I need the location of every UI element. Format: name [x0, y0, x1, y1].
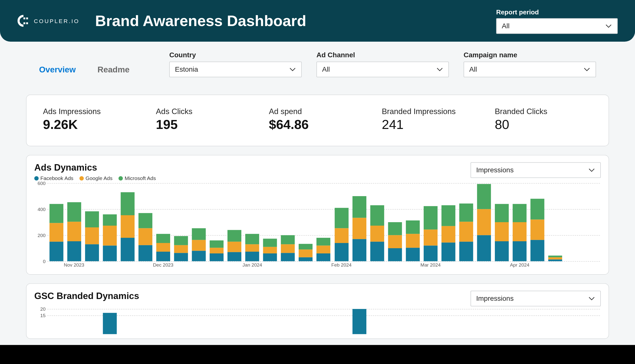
bar-slot [564, 183, 582, 261]
bar-segment [245, 252, 259, 261]
svg-rect-3 [26, 22, 28, 24]
bar-segment [424, 206, 438, 229]
bar-segment [370, 226, 384, 242]
bar-segment [281, 235, 295, 244]
bars-container [47, 309, 600, 334]
bar-slot [333, 183, 350, 261]
x-tick-label: Feb 2024 [331, 262, 351, 267]
bar-segment [352, 239, 366, 261]
bar-slot [493, 309, 511, 334]
bar-segment [441, 242, 455, 261]
channel-value: All [322, 66, 330, 74]
kpi-card: Ads Impressions 9.26K Ads Clicks 195 Ad … [26, 95, 609, 146]
bar-segment [495, 204, 509, 222]
bar-slot [190, 183, 208, 261]
kpi-value: 9.26K [43, 117, 140, 132]
bar-slot [172, 309, 190, 334]
chevron-down-icon [605, 22, 612, 29]
chevron-down-icon [289, 66, 296, 73]
country-select[interactable]: Estonia [169, 62, 302, 77]
bar-segment [299, 244, 313, 250]
bar-segment [334, 243, 348, 261]
bar-segment [334, 208, 348, 228]
gsc-dynamics-metric-select[interactable]: Impressions [470, 291, 601, 306]
legend-dot [79, 176, 84, 181]
report-period-select[interactable]: All [496, 18, 618, 34]
bar-segment [263, 238, 277, 247]
bar-segment [495, 222, 509, 241]
ads-dynamics-legend: Facebook AdsGoogle AdsMicrosoft Ads [34, 175, 156, 182]
x-tick-label: Apr 2024 [510, 262, 529, 267]
bar-segment [210, 240, 224, 248]
kpi-value: 241 [382, 117, 479, 132]
kpi-branded-clicks: Branded Clicks 80 [487, 107, 600, 132]
bar-slot [47, 309, 65, 334]
gsc-dynamics-chart: 1520 [34, 309, 601, 334]
bar-segment [263, 254, 277, 261]
bar-slot [101, 183, 119, 261]
tab-overview[interactable]: Overview [39, 65, 76, 75]
bar-segment [459, 222, 473, 242]
bar-slot [422, 309, 439, 334]
bar-segment [67, 202, 81, 222]
kpi-label: Branded Impressions [382, 107, 479, 116]
y-tick: 600 [38, 180, 46, 186]
bar-segment [406, 234, 420, 248]
bar-slot [386, 309, 404, 334]
kpi-value: $64.86 [269, 117, 366, 132]
bar-slot [333, 309, 350, 334]
filter-row: Overview Readme Country Estonia Ad Chann… [26, 51, 609, 77]
bar-slot [226, 183, 243, 261]
bar-segment [210, 248, 224, 254]
bar-segment [85, 244, 99, 261]
ads-dynamics-metric-value: Impressions [476, 166, 514, 174]
bar-segment [156, 234, 170, 243]
svg-rect-1 [26, 18, 28, 19]
bar-segment [85, 228, 99, 244]
bar-segment [156, 252, 170, 261]
bar-segment [49, 223, 63, 242]
report-period-value: All [502, 22, 509, 30]
kpi-label: Branded Clicks [495, 107, 592, 116]
bar-slot [279, 183, 297, 261]
x-tick-label: Dec 2023 [153, 262, 173, 267]
bar-slot [350, 309, 368, 334]
bar-segment [513, 222, 527, 241]
campaign-value: All [469, 66, 477, 74]
bar-slot [493, 183, 511, 261]
bar-segment [281, 244, 295, 253]
bar-segment [245, 244, 259, 252]
bar-segment [263, 247, 277, 254]
bar-segment [227, 252, 241, 261]
tab-readme[interactable]: Readme [98, 65, 130, 75]
bar-segment [138, 245, 152, 261]
bar-segment [174, 245, 188, 253]
bar-slot [65, 309, 83, 334]
bar-segment [477, 235, 491, 261]
channel-select[interactable]: All [317, 62, 449, 77]
ads-dynamics-title: Ads Dynamics [34, 162, 156, 173]
bar-segment [388, 235, 402, 248]
y-tick: 200 [38, 232, 46, 238]
bar-slot [457, 183, 475, 261]
svg-rect-2 [24, 22, 25, 24]
bar-segment [388, 222, 402, 235]
y-tick: 15 [40, 313, 45, 318]
bar-slot [208, 309, 226, 334]
bar-segment [317, 238, 331, 246]
bar-segment [121, 215, 135, 238]
ads-dynamics-metric-select[interactable]: Impressions [470, 162, 601, 178]
x-tick-label: Nov 2023 [64, 262, 84, 267]
bar-segment [192, 251, 206, 261]
bar-slot [315, 309, 333, 334]
legend-dot [34, 176, 39, 181]
svg-rect-0 [24, 18, 25, 19]
y-tick: 20 [40, 306, 45, 312]
bar-slot [119, 183, 136, 261]
gsc-dynamics-title: GSC Branded Dynamics [34, 291, 139, 301]
campaign-select[interactable]: All [464, 62, 596, 77]
gridline [47, 261, 600, 262]
bar-segment [227, 242, 241, 252]
chevron-down-icon [588, 295, 595, 302]
bar-segment [441, 205, 455, 226]
